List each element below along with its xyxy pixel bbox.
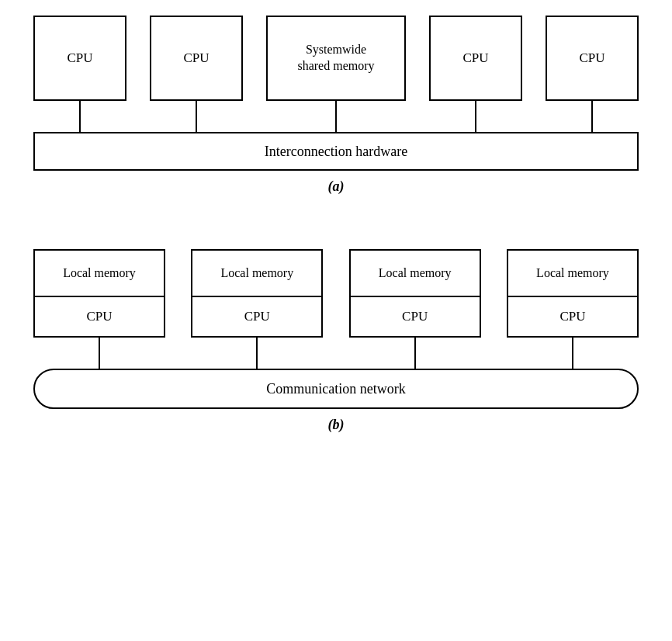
local-mem-4: Local memory — [508, 251, 637, 297]
cpu-box-4: CPU — [546, 16, 639, 101]
b-connector-2 — [256, 338, 258, 369]
interconnect-label: Interconnection hardware — [265, 144, 407, 160]
b-connector-4 — [572, 338, 573, 369]
node-cpu-3: CPU — [429, 16, 522, 132]
node-b-3: Local memory CPU — [349, 249, 481, 369]
cpu-label-2: CPU — [183, 50, 209, 66]
connector-line-4 — [591, 101, 593, 132]
diagram-a: CPU CPU Systemwide shared memory CPU — [18, 16, 654, 195]
cpu-box-3: CPU — [429, 16, 522, 101]
cpu-cell-3: CPU — [351, 297, 480, 336]
connector-line-shared — [335, 101, 337, 132]
local-mem-3: Local memory — [351, 251, 480, 297]
combined-box-3: Local memory CPU — [349, 249, 481, 338]
cpu-label-4: CPU — [579, 50, 604, 66]
cpu-label-1: CPU — [67, 50, 92, 66]
node-shared-memory: Systemwide shared memory — [266, 16, 406, 132]
diagram-b-caption: (b) — [328, 417, 345, 433]
connector-line-1 — [79, 101, 81, 132]
node-b-2: Local memory CPU — [191, 249, 323, 369]
combined-box-1: Local memory CPU — [33, 249, 165, 338]
cpu-cell-2: CPU — [192, 297, 321, 336]
cpu-box-1: CPU — [33, 16, 126, 101]
cpu-cell-1: CPU — [35, 297, 164, 336]
b-connector-3 — [414, 338, 416, 369]
shared-mem-box: Systemwide shared memory — [266, 16, 406, 101]
diagram-b: Local memory CPU Local memory CPU — [18, 249, 654, 433]
cpu-cell-4: CPU — [508, 297, 637, 336]
combined-box-4: Local memory CPU — [507, 249, 639, 338]
b-connector-1 — [99, 338, 100, 369]
top-nodes-b: Local memory CPU Local memory CPU — [33, 249, 639, 369]
combined-box-2: Local memory CPU — [191, 249, 323, 338]
cpu-box-2: CPU — [150, 16, 243, 101]
shared-mem-label: Systemwide shared memory — [297, 42, 374, 74]
node-cpu-4: CPU — [546, 16, 639, 132]
top-nodes-a: CPU CPU Systemwide shared memory CPU — [33, 16, 639, 132]
interconnect-bar: Interconnection hardware — [33, 132, 639, 171]
cpu-label-3: CPU — [462, 50, 488, 66]
node-b-1: Local memory CPU — [33, 249, 165, 369]
node-b-4: Local memory CPU — [507, 249, 639, 369]
node-cpu-2: CPU — [150, 16, 243, 132]
diagram-a-caption: (a) — [328, 178, 345, 195]
connector-line-3 — [475, 101, 476, 132]
local-mem-2: Local memory — [192, 251, 321, 297]
local-mem-1: Local memory — [35, 251, 164, 297]
comm-network-bar: Communication network — [33, 369, 639, 409]
node-cpu-1: CPU — [33, 16, 126, 132]
network-label: Communication network — [266, 381, 405, 397]
connector-line-2 — [196, 101, 197, 132]
